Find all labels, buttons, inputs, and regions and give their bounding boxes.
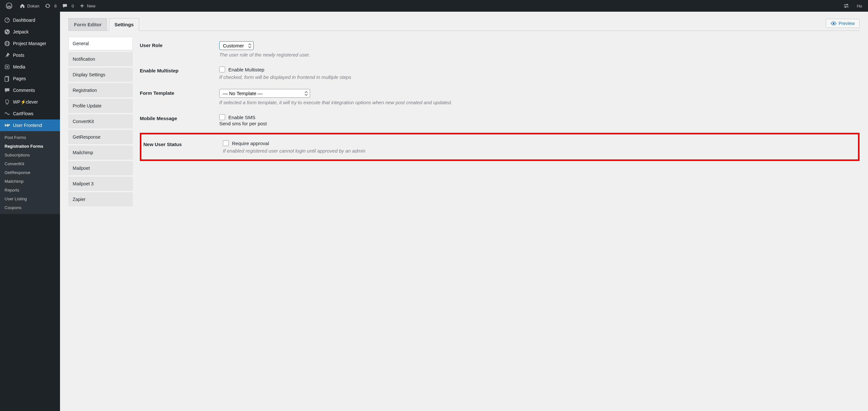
sidebar-item-comments[interactable]: Comments [0, 84, 60, 96]
submenu-item-subscriptions[interactable]: Subscriptions [0, 151, 60, 159]
sidebar-item-label: Media [13, 64, 25, 69]
sidebar-item-posts[interactable]: Posts [0, 49, 60, 61]
submenu-item-mailchimp[interactable]: Mailchimp [0, 177, 60, 186]
submenu-item-convertkit[interactable]: ConvertKit [0, 159, 60, 168]
new-user-status-label: New User Status [143, 140, 223, 147]
require-approval-checkbox[interactable] [223, 140, 229, 146]
cartflows-icon [4, 110, 10, 117]
settings-nav-mailchimp[interactable]: Mailchimp [68, 146, 133, 159]
admin-bar: Dokan 8 0 New Ho [0, 0, 868, 12]
sidebar-item-dashboard[interactable]: Dashboard [0, 14, 60, 26]
enable-multistep-checkbox[interactable] [219, 66, 225, 72]
sidebar-item-label: Project Manager [13, 41, 46, 46]
svg-point-3 [5, 41, 9, 46]
comments-icon [4, 87, 10, 93]
media-icon [4, 64, 10, 70]
new-user-status-desc: If enabled registered user cannot login … [223, 148, 856, 153]
form-template-select[interactable]: — No Template — [219, 89, 310, 98]
sidebar-item-label: Comments [13, 88, 35, 93]
sidebar-item-label: Jetpack [13, 29, 29, 34]
settings-nav-display-settings[interactable]: Display Settings [68, 68, 133, 82]
submenu-item-getresponse[interactable]: GetResponse [0, 168, 60, 177]
comments-count: 0 [72, 4, 74, 8]
enable-multistep-cblabel: Enable Multistep [228, 67, 265, 72]
settings-nav-mailpoet3[interactable]: Mailpoet 3 [68, 177, 133, 190]
sidebar-item-label: User Frontend [13, 123, 42, 128]
dashboard-icon [4, 17, 10, 23]
sidebar-item-label: Dashboard [13, 18, 35, 23]
sidebar-item-label: Posts [13, 53, 24, 58]
sidebar-item-jetpack[interactable]: Jetpack [0, 26, 60, 38]
project-icon [4, 40, 10, 47]
editor-tabs: Form Editor Settings [68, 18, 141, 31]
submenu-item-registration-forms[interactable]: Registration Forms [0, 142, 60, 151]
jetpack-icon [4, 29, 10, 35]
admin-sidebar: Dashboard Jetpack Project Manager Posts … [0, 12, 60, 411]
sidebar-item-pages[interactable]: Pages [0, 73, 60, 84]
site-name-link[interactable]: Dokan [17, 0, 42, 12]
new-content-link[interactable]: New [76, 0, 98, 12]
comments-link[interactable]: 0 [59, 0, 76, 12]
eye-icon [831, 21, 837, 26]
mobile-message-label: Mobile Message [140, 114, 219, 121]
main-content: Form Editor Settings Preview General Not… [60, 12, 868, 411]
submenu-item-user-listing[interactable]: User Listing [0, 195, 60, 203]
sidebar-item-cartflows[interactable]: CartFlows [0, 108, 60, 119]
new-label: New [87, 4, 95, 8]
highlight-annotation: New User Status Require approval If enab… [140, 133, 860, 161]
userfrontend-icon [4, 122, 10, 128]
updates-count: 8 [55, 4, 57, 8]
sidebar-item-wpclever[interactable]: WP⚡clever [0, 96, 60, 108]
user-role-label: User Role [140, 41, 219, 48]
svg-point-2 [4, 29, 10, 34]
wp-logo[interactable] [3, 0, 17, 12]
sidebar-item-media[interactable]: Media [0, 61, 60, 73]
updates-link[interactable]: 8 [42, 0, 59, 12]
refresh-link[interactable] [840, 0, 854, 12]
submenu-item-coupons[interactable]: Coupons [0, 203, 60, 212]
svg-point-4 [6, 66, 8, 68]
home-icon [20, 3, 25, 9]
user-role-select[interactable]: Customer [219, 41, 254, 50]
enable-multistep-desc: If checked, form will be displayed in fr… [219, 74, 860, 80]
form-template-desc: If selected a form template, it will try… [219, 100, 860, 105]
sidebar-item-label: Pages [13, 76, 26, 81]
settings-nav-mailpoet[interactable]: Mailpoet [68, 162, 133, 175]
settings-nav-general[interactable]: General [68, 37, 133, 50]
enable-multistep-label: Enable Multistep [140, 66, 219, 74]
require-approval-cblabel: Require approval [232, 141, 269, 146]
user-role-desc: The user role of the newly registered us… [219, 52, 860, 57]
settings-nav-convertkit[interactable]: ConvertKit [68, 115, 133, 128]
preview-button[interactable]: Preview [826, 19, 860, 28]
settings-form: User Role Customer The user role of the … [140, 37, 860, 208]
sidebar-item-label: WP⚡clever [13, 99, 38, 105]
sidebar-item-user-frontend[interactable]: User Frontend [0, 119, 60, 131]
form-template-label: Form Template [140, 89, 219, 96]
svg-point-7 [833, 22, 835, 24]
comment-icon [62, 3, 68, 9]
submenu-item-reports[interactable]: Reports [0, 186, 60, 195]
preview-label: Preview [838, 21, 855, 26]
enable-sms-checkbox[interactable] [219, 114, 225, 120]
tab-settings[interactable]: Settings [109, 18, 139, 31]
pin-icon [4, 52, 10, 58]
swap-icon [843, 3, 849, 9]
page-icon [4, 75, 10, 82]
enable-sms-cblabel: Enable SMS [228, 115, 255, 120]
mobile-message-sub: Send sms for per post [219, 121, 860, 126]
settings-nav-zapier[interactable]: Zapier [68, 193, 133, 206]
sidebar-item-project-manager[interactable]: Project Manager [0, 38, 60, 49]
site-name-label: Dokan [27, 4, 39, 8]
tab-form-editor[interactable]: Form Editor [68, 18, 107, 31]
plus-icon [79, 3, 85, 9]
settings-nav-getresponse[interactable]: GetResponse [68, 130, 133, 144]
submenu-item-post-forms[interactable]: Post Forms [0, 133, 60, 142]
settings-nav-notification[interactable]: Notification [68, 52, 133, 66]
settings-nav-profile-update[interactable]: Profile Update [68, 99, 133, 113]
settings-nav-registration[interactable]: Registration [68, 83, 133, 97]
howdy-label: Ho [857, 4, 862, 8]
sidebar-item-label: CartFlows [13, 111, 33, 116]
howdy-link[interactable]: Ho [854, 0, 865, 12]
settings-nav: General Notification Display Settings Re… [68, 37, 133, 208]
update-icon [45, 3, 51, 9]
